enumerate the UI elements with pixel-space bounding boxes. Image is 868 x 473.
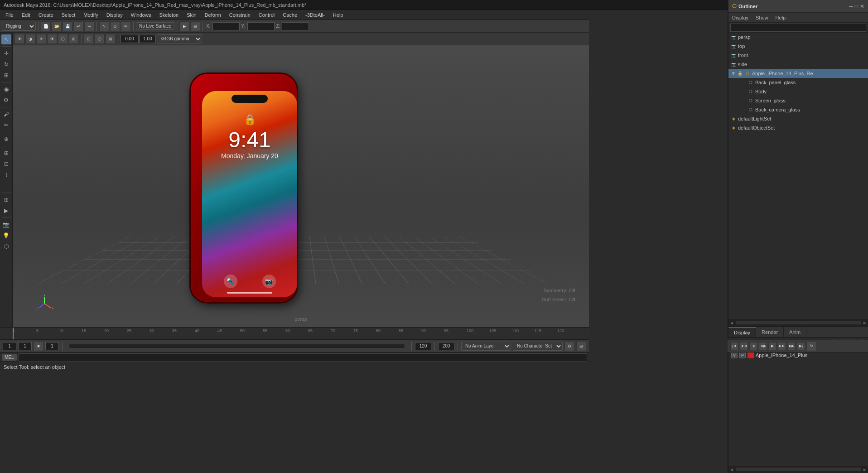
goto-start-btn[interactable]: |◄ <box>730 342 738 350</box>
undo-btn[interactable]: ↩ <box>73 21 83 31</box>
z-input[interactable] <box>282 22 309 30</box>
max-frame-input[interactable] <box>438 342 454 350</box>
grid-toggle[interactable]: ⊞ <box>1 148 11 158</box>
menu-3dtoall[interactable]: -3DtoAll- <box>302 11 328 19</box>
outliner-item-persp[interactable]: 📷 persp <box>728 33 868 42</box>
outliner-item-objectset[interactable]: ◈ defaultObjectSet <box>728 123 868 132</box>
layer-p-btn[interactable]: P <box>739 352 746 358</box>
no-character-set-dropdown[interactable]: No Character Set <box>513 342 563 351</box>
outliner-item-back-panel[interactable]: ⬡ Back_panel_glass <box>728 78 868 87</box>
menu-skeleton[interactable]: Skeleton <box>155 11 182 19</box>
outliner-item-back-cam[interactable]: ⬡ Back_camera_glass <box>728 105 868 114</box>
next-key-btn[interactable]: ▶▶ <box>787 342 796 350</box>
loop-btn[interactable]: ↻ <box>806 341 816 351</box>
menu-constrain[interactable]: Constrain <box>226 11 254 19</box>
no-live-surface-btn[interactable]: No Live Surface <box>136 22 174 30</box>
view-btn[interactable]: 👁 <box>14 34 24 44</box>
render-all[interactable]: ▶ <box>1 206 11 216</box>
outliner-item-screen[interactable]: ⬡ Screen_glass <box>728 96 868 105</box>
outliner-scroll-left[interactable]: ◄ <box>729 320 734 325</box>
menu-skin[interactable]: Skin <box>183 11 200 19</box>
move-tool[interactable]: ✛ <box>1 48 11 58</box>
x-input[interactable] <box>212 22 240 30</box>
save-file-btn[interactable]: 💾 <box>63 21 72 31</box>
lighting-btn[interactable]: ☀ <box>36 34 46 44</box>
layer-color-swatch[interactable] <box>747 352 754 358</box>
menu-cache[interactable]: Cache <box>279 11 301 19</box>
menu-control[interactable]: Control <box>255 11 278 19</box>
paint-btn[interactable]: ✏ <box>121 21 131 31</box>
colorspace-dropdown[interactable]: sRGB gamma <box>157 34 202 43</box>
artisan-tool[interactable]: ✏ <box>1 120 11 130</box>
open-file-btn[interactable]: 📂 <box>52 21 62 31</box>
anim-opt-btn2[interactable]: ⊞ <box>576 341 586 351</box>
play-back-btn[interactable]: ◄▶ <box>759 342 767 350</box>
start-frame-input[interactable] <box>3 342 16 350</box>
select-btn[interactable]: ↖ <box>99 21 109 31</box>
menu-file[interactable]: File <box>2 11 17 19</box>
render-btn[interactable]: ▶ <box>179 21 189 31</box>
outliner-search-input[interactable] <box>730 24 866 32</box>
textured-btn[interactable]: ⊞ <box>106 34 116 44</box>
outliner-menu-help[interactable]: Help <box>774 14 788 21</box>
outliner-menu-show[interactable]: Show <box>754 14 770 21</box>
redo-btn[interactable]: ↪ <box>84 21 94 31</box>
iphone-3d-model[interactable]: 🔒 9:41 Monday, January 20 🔦 📷 <box>185 68 303 308</box>
outliner-close-btn[interactable]: ✕ <box>860 3 864 10</box>
step-fwd-btn[interactable]: ▶► <box>778 342 786 350</box>
soft-mod-tool[interactable]: ◉ <box>1 84 11 94</box>
menu-windows[interactable]: Windows <box>127 11 155 19</box>
tab-display[interactable]: Display <box>728 327 756 337</box>
menu-create[interactable]: Create <box>35 11 57 19</box>
menu-display[interactable]: Display <box>103 11 126 19</box>
outliner-window-controls[interactable]: ─ □ ✕ <box>849 3 864 10</box>
panels-btn[interactable]: ⊞ <box>69 34 79 44</box>
tab-anim[interactable]: Anim <box>784 327 806 337</box>
snap-curve-btn[interactable]: ⌇ <box>1 170 11 180</box>
show-manip-tool[interactable]: ⊕ <box>1 134 11 144</box>
scale-tool[interactable]: ⊞ <box>1 70 11 80</box>
mel-input[interactable] <box>19 353 587 362</box>
tick-type-btn[interactable]: ■ <box>34 341 43 351</box>
step-back-btn[interactable]: ◄ <box>749 342 757 350</box>
create-camera[interactable]: 📷 <box>1 220 11 230</box>
outliner-item-iphone-group[interactable]: ▼ 🔒 ⬡ Apple_iPhone_14_Plus_Re <box>728 69 868 78</box>
outliner-menu-display[interactable]: Display <box>730 14 750 21</box>
bp-scroll-left[interactable]: ◄ <box>729 467 734 472</box>
sculpt-tool[interactable]: ⚙ <box>1 95 11 105</box>
range-slider[interactable] <box>69 344 405 348</box>
ipr-btn[interactable]: ⊞ <box>190 21 200 31</box>
tab-render[interactable]: Render <box>756 327 784 337</box>
outliner-item-front[interactable]: 📷 front <box>728 51 868 60</box>
layer-v-btn[interactable]: V <box>731 352 738 358</box>
current-frame-input[interactable] <box>18 342 32 350</box>
play-fwd-btn[interactable]: ▶ <box>768 342 776 350</box>
shading-btn[interactable]: ◑ <box>25 34 35 44</box>
prev-key-btn[interactable]: ◄◄ <box>740 342 748 350</box>
rotate-tool[interactable]: ↻ <box>1 59 11 69</box>
outliner-item-side[interactable]: 📷 side <box>728 60 868 69</box>
smooth-btn[interactable]: ⬡ <box>95 34 105 44</box>
create-geo[interactable]: ⬡ <box>1 241 11 251</box>
bp-h-scroll[interactable] <box>736 468 861 471</box>
outliner-item-lightset[interactable]: ◈ defaultLightSet <box>728 114 868 123</box>
show-btn[interactable]: 👁 <box>47 34 57 44</box>
timeline-ruler[interactable]: 1 5 10 15 20 25 30 35 40 45 50 55 60 65 … <box>0 328 589 339</box>
menu-select[interactable]: Select <box>58 11 79 19</box>
menu-edit[interactable]: Edit <box>18 11 34 19</box>
goto-end-btn[interactable]: ▶| <box>797 342 805 350</box>
frame-step-input[interactable] <box>45 342 59 350</box>
create-light[interactable]: 💡 <box>1 231 11 241</box>
lasso-btn[interactable]: ⊙ <box>110 21 120 31</box>
outliner-maximize-btn[interactable]: □ <box>855 3 858 10</box>
select-tool[interactable]: ↖ <box>1 34 11 44</box>
mode-dropdown[interactable]: Rigging Animation Modeling <box>2 22 36 31</box>
snap-point-btn[interactable]: · <box>1 181 11 191</box>
gamma-input[interactable] <box>140 35 156 43</box>
end-frame-input[interactable] <box>415 342 431 350</box>
menu-modify[interactable]: Modify <box>80 11 101 19</box>
y-input[interactable] <box>247 22 275 30</box>
outliner-item-top[interactable]: 📷 top <box>728 42 868 51</box>
paint-tool[interactable]: 🖌 <box>1 109 11 119</box>
bp-scroll-right[interactable]: ► <box>863 467 867 472</box>
